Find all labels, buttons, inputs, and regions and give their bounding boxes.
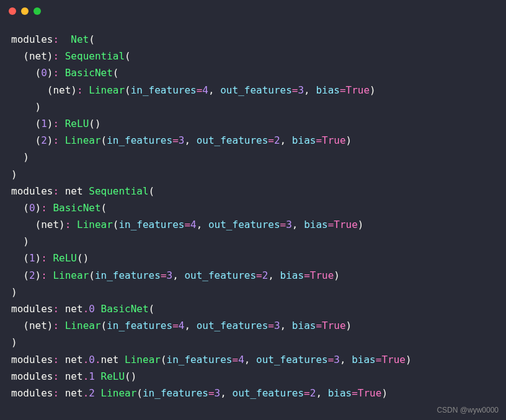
eq: =	[184, 219, 190, 230]
num-4: 4	[190, 219, 197, 230]
maximize-icon[interactable]	[33, 7, 41, 15]
colon: :	[53, 134, 59, 146]
class-basicnet: BasicNet	[53, 202, 100, 214]
kw-in-features: in_features	[143, 387, 208, 399]
rparen: )	[23, 151, 29, 163]
rparen: )	[381, 387, 388, 399]
eq: =	[172, 134, 179, 146]
rparen: )	[346, 320, 352, 331]
lparen: (	[35, 118, 42, 129]
colon: :	[41, 269, 47, 281]
lparen: (	[23, 202, 29, 214]
kw-bias: bias	[280, 269, 304, 281]
line: )	[11, 151, 29, 163]
kw-in-features: in_features	[95, 269, 161, 281]
eq: =	[161, 269, 167, 281]
line: )	[11, 286, 17, 298]
eq: =	[316, 134, 322, 146]
rparen: )	[11, 336, 17, 348]
lparen: (	[23, 320, 29, 331]
colon: :	[53, 118, 59, 129]
kw-out-features: out_features	[256, 354, 328, 365]
window-titlebar	[0, 0, 506, 22]
class-linear: Linear	[101, 387, 137, 399]
line: (net): Sequential(	[11, 50, 131, 62]
rparen: )	[83, 252, 89, 264]
eq: =	[304, 269, 310, 281]
attr-net: net	[41, 219, 59, 230]
rparen: )	[334, 269, 340, 281]
word-modules: modules	[11, 354, 53, 365]
rparen: )	[47, 50, 53, 62]
rparen: )	[346, 134, 352, 146]
lparen: (	[101, 320, 107, 331]
kw-in-features: in_features	[131, 84, 197, 96]
line: modules: net.1 ReLU()	[11, 370, 136, 382]
comma: ,	[280, 134, 286, 146]
index-0: 0	[89, 354, 95, 365]
class-sequential: Sequential	[65, 50, 125, 62]
class-relu: ReLU	[101, 370, 125, 382]
index-2: 2	[41, 134, 47, 146]
kw-out-features: out_features	[208, 219, 280, 230]
lparen: (	[35, 67, 42, 79]
eq: =	[352, 387, 358, 399]
class-relu: ReLU	[65, 118, 89, 129]
num-3: 3	[179, 134, 185, 146]
bool-true: True	[322, 320, 346, 331]
rparen: )	[370, 84, 376, 96]
lparen: (	[89, 269, 95, 281]
line: (2): Linear(in_features=3, out_features=…	[11, 269, 340, 281]
class-linear: Linear	[65, 134, 101, 146]
rparen: )	[131, 370, 137, 382]
attr-net: net	[65, 370, 83, 382]
dot: .	[83, 303, 89, 315]
colon: :	[53, 387, 59, 399]
index-0: 0	[41, 67, 47, 79]
attr-net: net	[53, 84, 71, 96]
kw-bias: bias	[292, 134, 316, 146]
index-0: 0	[29, 202, 35, 214]
comma: ,	[304, 84, 310, 96]
colon: :	[53, 67, 59, 79]
close-icon[interactable]	[9, 7, 16, 15]
minimize-icon[interactable]	[21, 7, 29, 15]
class-sequential: Sequential	[89, 185, 148, 197]
kw-bias: bias	[304, 219, 328, 230]
bool-true: True	[322, 134, 346, 146]
lparen: (	[35, 219, 42, 230]
comma: ,	[280, 320, 286, 331]
line: modules: Net(	[11, 33, 95, 45]
num-3: 3	[298, 84, 304, 96]
word-modules: modules	[11, 370, 53, 382]
line: )	[11, 235, 29, 247]
colon: :	[53, 354, 59, 365]
eq: =	[208, 387, 215, 399]
lparen: (	[77, 252, 83, 264]
num-3: 3	[215, 387, 221, 399]
rparen: )	[35, 101, 42, 113]
comma: ,	[208, 84, 215, 96]
colon: :	[65, 219, 71, 230]
dot: .	[95, 354, 101, 365]
eq: =	[376, 354, 382, 365]
kw-in-features: in_features	[107, 134, 172, 146]
comma: ,	[172, 269, 179, 281]
num-3: 3	[274, 320, 280, 331]
attr-net: net	[65, 387, 83, 399]
word-modules: modules	[11, 185, 53, 197]
lparen: (	[89, 33, 95, 45]
kw-bias: bias	[352, 354, 376, 365]
comma: ,	[244, 354, 251, 365]
lparen: (	[113, 67, 119, 79]
index-0: 0	[89, 303, 95, 315]
line: (1): ReLU()	[11, 252, 89, 264]
bool-true: True	[381, 354, 406, 365]
dot: .	[83, 370, 89, 382]
rparen: )	[11, 286, 17, 298]
class-net: Net	[71, 33, 89, 45]
comma: ,	[268, 269, 274, 281]
rparen: )	[35, 269, 42, 281]
rparen: )	[35, 202, 42, 214]
lparen: (	[23, 252, 29, 264]
